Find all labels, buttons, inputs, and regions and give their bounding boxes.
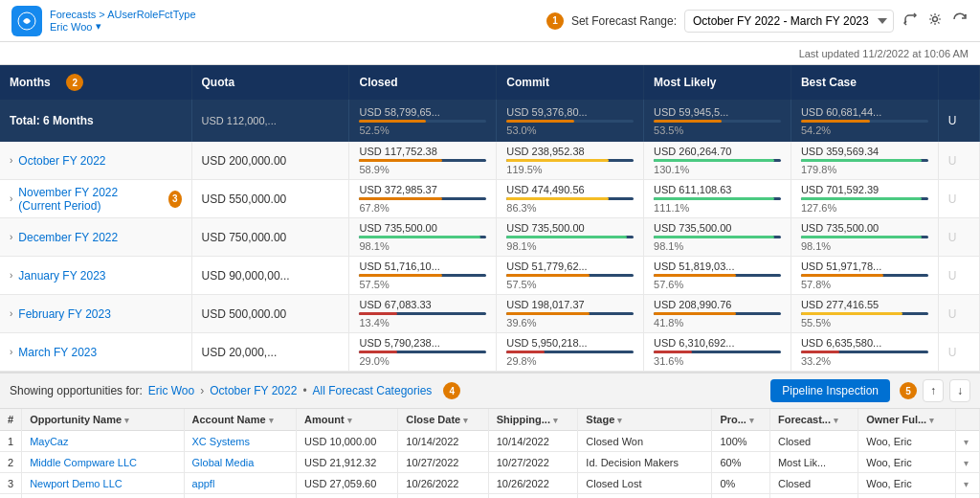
month-row: › January FY 2023 USD 90,000,00... USD 5… [0,257,980,295]
quota-cell: USD 90,000,00... [191,257,349,295]
total-best-case: USD 60,681,44... 54.2% [791,100,938,142]
month-row: › March FY 2023 USD 20,000,... USD 5,790… [0,333,980,372]
refresh-icon-btn[interactable] [951,11,969,31]
opp-col-amount[interactable]: Amount ▾ [297,409,398,431]
month-row: › November FY 2022 (Current Period) 3 US… [0,180,980,218]
probability-cell: 70% [712,494,770,499]
row-action-cell[interactable]: ▾ [955,431,979,452]
expand-chevron[interactable]: › [10,193,12,204]
row-action-cell[interactable]: ▾ [955,494,979,499]
expand-chevron[interactable]: › [10,232,12,242]
app-logo [11,6,42,36]
stage-cell: Id. Decision Makers [578,452,712,473]
bottom-badge-5: 5 [900,382,917,399]
account-name-cell[interactable]: XC Systems [184,431,297,452]
forecast-range-select[interactable]: October FY 2022 - March FY 2023 [684,10,894,33]
account-name-cell[interactable]: Global Media [184,452,297,473]
sort-down-btn[interactable]: ↓ [949,379,970,402]
extra-cell: U [938,142,979,180]
opp-name-cell[interactable]: Navigation Gardmony Te... [22,494,184,499]
account-name-cell[interactable]: appfl [184,473,297,494]
opp-col-owner[interactable]: Owner Ful... ▾ [858,409,955,431]
row-action-cell[interactable]: ▾ [955,452,979,473]
opp-col-account[interactable]: Account Name ▾ [184,409,297,431]
forecast-cell: Most Lik... [769,452,858,473]
month-name-cell: › November FY 2022 (Current Period) 3 [0,180,191,218]
opp-col-close-date[interactable]: Close Date ▾ [398,409,488,431]
stage-cell: Proposal/Price Quo... [578,494,712,499]
quota-value: USD 750,000.00 [202,231,287,244]
col-header-commit: Commit [497,65,644,100]
opp-name-cell[interactable]: MayCaz [22,431,184,452]
row-number: 2 [0,452,22,473]
closed-cell: USD 51,716,10... 57.5% [349,257,497,295]
table-row: 1 MayCaz XC Systems USD 10,000.00 10/14/… [0,431,980,452]
month-name[interactable]: February FY 2023 [18,307,111,321]
amount-cell: USD 21,912.32 [297,452,398,473]
total-closed: USD 58,799,65... 52.5% [349,100,497,142]
forecast-table-container: Months 2 Quota Closed Commit Most Likely… [0,65,980,372]
opp-col-stage[interactable]: Stage ▾ [578,409,712,431]
app-header: Forecasts > AUserRoleFctType Eric Woo ▾ … [0,0,980,42]
owner-cell: Woo, Eric [858,431,955,452]
quota-value: USD 550,000.00 [202,192,287,206]
month-name[interactable]: December FY 2022 [18,231,118,244]
settings-icon-btn[interactable] [926,11,944,31]
row-number: 4 [0,494,22,499]
total-most-likely: USD 59,945,5... 53.5% [644,100,791,142]
expand-chevron[interactable]: › [10,270,12,281]
user-dropdown-icon[interactable]: ▾ [96,20,101,33]
most-likely-cell: USD 260,264.70 130.1% [644,142,791,180]
expand-chevron[interactable]: › [10,308,12,319]
quota-cell: USD 500,000.00 [191,295,349,333]
account-name-cell[interactable]: Global Media [184,494,297,499]
opp-col-forecast[interactable]: Forecast... ▾ [769,409,858,431]
forecast-range-area: Set Forecast Range: October FY 2022 - Ma… [571,10,894,33]
month-name[interactable]: January FY 2023 [18,269,105,283]
opp-name-cell[interactable]: Middle Compware LLC [22,452,184,473]
bottom-panel: Showing opportunities for: Eric Woo › Oc… [0,372,980,498]
share-icon-btn[interactable] [902,11,919,31]
best-case-cell: USD 359,569.34 179.8% [791,142,938,180]
total-extra: U [938,100,979,142]
month-name[interactable]: October FY 2022 [18,154,105,168]
current-period-badge: 3 [168,191,181,208]
forecast-cell: Closed [769,494,858,499]
extra-cell: U [938,257,979,295]
most-likely-cell: USD 51,819,03... 57.6% [644,257,791,295]
opp-col-name[interactable]: Opportunity Name ▾ [22,409,184,431]
pipeline-inspection-button[interactable]: Pipeline Inspection [770,379,890,402]
quota-cell: USD 750,000.00 [191,218,349,257]
opportunity-table-wrapper: # Opportunity Name ▾ Account Name ▾ Amou… [0,409,980,498]
breadcrumb: Forecasts > AUserRoleFctType [50,9,539,20]
opp-col-shipping[interactable]: Shipping... ▾ [488,409,578,431]
sort-up-btn[interactable]: ↑ [923,379,944,402]
quota-cell: USD 550,000.00 [191,180,349,218]
expand-chevron[interactable]: › [10,155,12,166]
opp-col-prob[interactable]: Pro... ▾ [712,409,770,431]
total-commit: USD 59,376,80... 53.0% [497,100,644,142]
total-row: Total: 6 Months USD 112,000,... USD 58,7… [0,100,980,142]
month-name[interactable]: November FY 2022 (Current Period) [18,186,157,213]
commit-cell: USD 5,950,218... 29.8% [497,333,644,372]
forecast-range-label: Set Forecast Range: [571,14,677,28]
expand-chevron[interactable]: › [10,347,12,357]
total-label: Total: 6 Months [0,100,191,142]
row-number: 1 [0,431,22,452]
opp-header-row: # Opportunity Name ▾ Account Name ▾ Amou… [0,409,980,431]
opp-name-cell[interactable]: Newport Demo LLC [22,473,184,494]
owner-cell: Woo, Eric [858,473,955,494]
shipping-cell: 10/26/2022 [488,473,578,494]
row-action-cell[interactable]: ▾ [955,473,979,494]
forecast-cell: Closed [769,431,858,452]
best-case-cell: USD 701,592.39 127.6% [791,180,938,218]
last-updated-text: Last updated 11/2/2022 at 10:06 AM [799,48,969,59]
month-name-cell: › October FY 2022 [0,142,191,180]
closed-cell: USD 117,752.38 58.9% [349,142,497,180]
col-header-extra [938,65,979,100]
month-name[interactable]: March FY 2023 [18,346,97,359]
best-case-cell: USD 277,416.55 55.5% [791,295,938,333]
quota-value: USD 20,000,... [202,346,278,359]
showing-categories: All Forecast Categories [313,384,433,397]
table-row: 3 Newport Demo LLC appfl USD 27,059.60 1… [0,473,980,494]
